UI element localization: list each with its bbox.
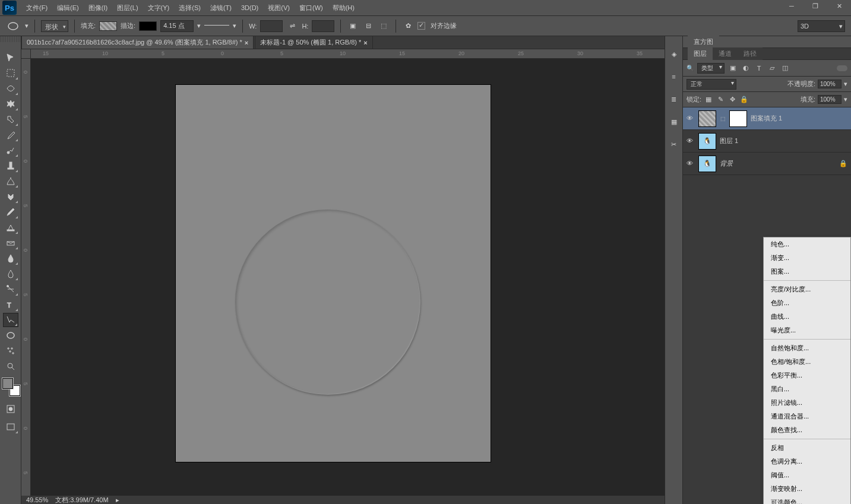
- menu-item[interactable]: 亮度/对比度...: [764, 283, 850, 296]
- fill-swatch[interactable]: [99, 21, 117, 31]
- canvas[interactable]: [176, 85, 491, 462]
- menu-item[interactable]: 渐变映射...: [764, 482, 850, 496]
- menu-DD[interactable]: 3D(D): [236, 0, 263, 16]
- lock-pos-icon[interactable]: ✥: [727, 95, 737, 104]
- lasso-tool[interactable]: [3, 81, 18, 96]
- menu-F[interactable]: 文件(F): [21, 0, 52, 16]
- filter-pixel-icon[interactable]: ▣: [728, 64, 738, 73]
- zoom-level[interactable]: 49.55%: [26, 496, 48, 503]
- align-edges-checkbox[interactable]: [417, 22, 425, 30]
- maximize-button[interactable]: ❐: [803, 0, 827, 12]
- menu-item[interactable]: 自然饱和度...: [764, 341, 850, 355]
- lock-all-icon[interactable]: 🔒: [739, 95, 749, 104]
- panel-icon-4[interactable]: ▦: [668, 116, 680, 128]
- menu-item[interactable]: 纯色...: [764, 237, 850, 251]
- pen-tool[interactable]: [3, 267, 18, 281]
- crop-tool[interactable]: [3, 112, 18, 126]
- layer-row[interactable]: 👁🐧图层 1: [683, 130, 851, 153]
- history-tool[interactable]: [3, 189, 18, 204]
- layer-thumb[interactable]: 🐧: [698, 156, 716, 172]
- filter-shape-icon[interactable]: ▱: [767, 64, 777, 73]
- menu-I[interactable]: 图像(I): [84, 0, 112, 16]
- heal-tool[interactable]: [3, 143, 18, 157]
- filter-adjust-icon[interactable]: ◐: [741, 64, 751, 73]
- menu-item[interactable]: 可选颜色...: [764, 496, 850, 504]
- panel-icon-1[interactable]: ◈: [668, 48, 680, 60]
- gear-icon[interactable]: ✿: [402, 20, 414, 32]
- blend-mode-dropdown[interactable]: 正常: [687, 79, 736, 90]
- gradient-tool[interactable]: [3, 220, 18, 234]
- menu-item[interactable]: 色阶...: [764, 296, 850, 310]
- marquee-tool[interactable]: [3, 66, 18, 80]
- stroke-swatch[interactable]: [139, 21, 157, 31]
- hand-tool[interactable]: [3, 328, 18, 343]
- menu-item[interactable]: 阈值...: [764, 468, 850, 482]
- stamp-tool[interactable]: [3, 174, 18, 188]
- menu-item[interactable]: 图案...: [764, 265, 850, 278]
- eraser-tool[interactable]: [3, 205, 18, 219]
- menu-item[interactable]: 黑白...: [764, 382, 850, 396]
- panel-icon-2[interactable]: ≡: [668, 71, 680, 83]
- panel-tab-1[interactable]: 通道: [713, 47, 738, 60]
- color-swatches[interactable]: [2, 378, 20, 396]
- close-tab-icon[interactable]: ×: [363, 39, 367, 46]
- fill-opacity-input[interactable]: [818, 95, 841, 104]
- filter-smart-icon[interactable]: ◫: [780, 64, 790, 73]
- visibility-icon[interactable]: 👁: [687, 160, 695, 168]
- layer-row[interactable]: 👁🐧背景🔒: [683, 153, 851, 175]
- align-icon[interactable]: ⊟: [362, 20, 374, 32]
- menu-item[interactable]: 曝光度...: [764, 324, 850, 337]
- doc-info[interactable]: 文档:3.99M/7.40M: [55, 496, 108, 505]
- filter-kind-dropdown[interactable]: 类型: [697, 63, 725, 74]
- filter-type-icon[interactable]: T: [754, 64, 764, 73]
- ellipse-tool[interactable]: [3, 313, 18, 327]
- panel-tab-0[interactable]: 图层: [688, 47, 713, 60]
- brush-tool[interactable]: [3, 159, 18, 173]
- dodge-tool[interactable]: [3, 251, 18, 265]
- visibility-icon[interactable]: 👁: [687, 137, 695, 145]
- width-input[interactable]: [260, 20, 283, 32]
- menu-E[interactable]: 编辑(E): [52, 0, 84, 16]
- eyedropper-tool[interactable]: [3, 128, 18, 142]
- ruler-origin[interactable]: [21, 49, 31, 59]
- minimize-button[interactable]: ─: [780, 0, 803, 12]
- layer-mask-thumb[interactable]: [729, 110, 747, 127]
- menu-T[interactable]: 滤镜(T): [205, 0, 236, 16]
- layer-name[interactable]: 图层 1: [720, 137, 738, 145]
- menu-V[interactable]: 视图(V): [263, 0, 295, 16]
- stroke-style-dropdown[interactable]: [204, 25, 229, 32]
- blur-tool[interactable]: [3, 236, 18, 250]
- panel-icon-5[interactable]: ✂: [668, 138, 680, 150]
- visibility-icon[interactable]: 👁: [687, 115, 695, 123]
- layer-thumb[interactable]: [698, 110, 716, 127]
- toolbox-grip[interactable]: [0, 36, 21, 42]
- ruler-vertical[interactable]: 0505050505: [21, 59, 31, 496]
- screenmode-button[interactable]: [3, 420, 18, 434]
- menu-item[interactable]: 曲线...: [764, 310, 850, 324]
- height-input[interactable]: [312, 20, 334, 32]
- filter-toggle[interactable]: [837, 65, 847, 71]
- link-wh-icon[interactable]: ⇌: [286, 20, 298, 32]
- panel-icon-3[interactable]: ≣: [668, 93, 680, 105]
- menu-item[interactable]: 照片滤镜...: [764, 396, 850, 410]
- menu-item[interactable]: 通道混合器...: [764, 410, 850, 423]
- document-tab[interactable]: 未标题-1 @ 50% (椭圆 1, RGB/8) *×: [255, 36, 373, 49]
- shape-mode-dropdown[interactable]: 形状: [41, 20, 68, 32]
- move-tool[interactable]: [3, 50, 18, 65]
- close-button[interactable]: ✕: [827, 0, 851, 12]
- ellipse-shape[interactable]: [235, 210, 420, 395]
- menu-Y[interactable]: 文字(Y): [143, 0, 175, 16]
- tool-preset-icon[interactable]: [5, 20, 21, 32]
- lock-paint-icon[interactable]: ✎: [716, 95, 725, 104]
- stroke-width-input[interactable]: [160, 20, 194, 32]
- menu-L[interactable]: 图层(L): [112, 0, 143, 16]
- zoom-tool[interactable]: [3, 344, 18, 358]
- menu-W[interactable]: 窗口(W): [295, 0, 328, 16]
- path-op-icon[interactable]: ▣: [347, 20, 359, 32]
- ruler-horizontal[interactable]: 1510505101520253035: [31, 49, 665, 59]
- menu-H[interactable]: 帮助(H): [328, 0, 359, 16]
- layer-row[interactable]: 👁⬚图案填充 1: [683, 107, 851, 130]
- menu-item[interactable]: 颜色查找...: [764, 423, 850, 437]
- lock-trans-icon[interactable]: ▦: [704, 95, 713, 104]
- histogram-panel-tab[interactable]: 直方图: [683, 36, 851, 48]
